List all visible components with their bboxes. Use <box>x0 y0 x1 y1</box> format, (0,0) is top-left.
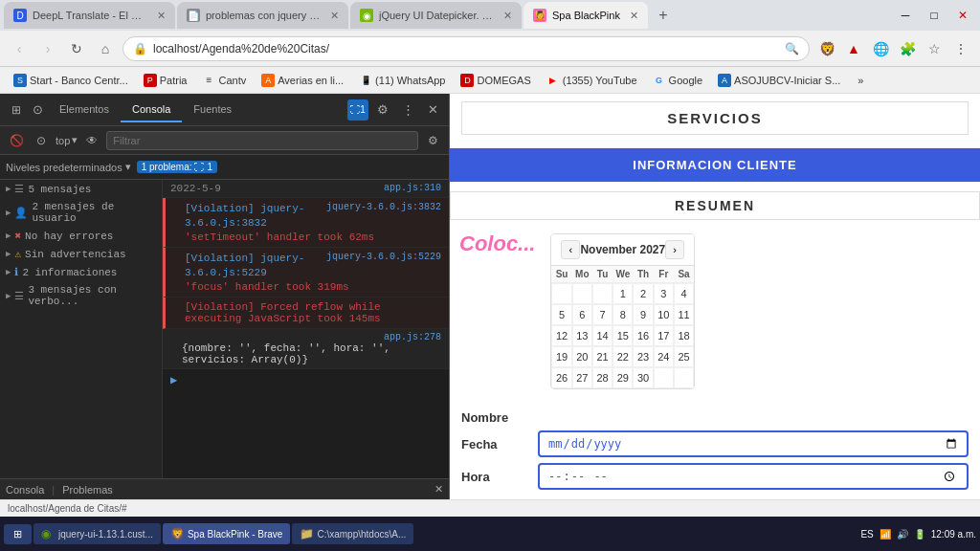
address-bar[interactable]: 🔒 localhost/Agenda%20de%20Citas/ 🔍 <box>122 36 810 61</box>
bookmark-icon[interactable]: ☆ <box>923 37 946 60</box>
devtools-close-icon[interactable]: ✕ <box>422 99 443 121</box>
console-group-info[interactable]: ▶ ℹ 2 informaciones <box>0 263 162 281</box>
tab-deepl[interactable]: D DeepL Translate - El mejor tra... ✕ <box>4 2 175 29</box>
cal-cell-20[interactable]: 20 <box>572 346 592 367</box>
bookmark-averias[interactable]: A Averias en li... <box>256 72 349 89</box>
clear-console-icon[interactable]: 🚫 <box>6 130 27 151</box>
bookmark-youtube[interactable]: ▶ (1355) YouTube <box>541 72 643 89</box>
cal-cell-8[interactable]: 8 <box>612 304 633 325</box>
devtools-settings-icon[interactable]: ⚙ <box>372 99 393 121</box>
reload-button[interactable]: ↻ <box>65 37 88 60</box>
hora-input[interactable] <box>538 463 969 490</box>
console-date-file[interactable]: app.js:310 <box>384 183 441 194</box>
filter-settings-icon[interactable]: ⚙ <box>422 130 443 151</box>
cal-cell-27[interactable]: 27 <box>572 367 592 388</box>
bookmark-google[interactable]: G Google <box>647 72 708 89</box>
violation-1-file[interactable]: jquery-3.6.0.js:3832 <box>326 202 441 212</box>
cal-cell-12[interactable]: 12 <box>551 325 571 346</box>
tab-deepl-close[interactable]: ✕ <box>157 10 166 22</box>
forward-button[interactable]: › <box>36 37 59 60</box>
cal-cell-25[interactable]: 25 <box>674 346 694 367</box>
bookmark-start[interactable]: S Start - Banco Centr... <box>8 72 134 89</box>
cal-cell-1[interactable]: 1 <box>612 283 633 304</box>
menu-icon[interactable]: ⋮ <box>949 37 972 60</box>
app-entry-file[interactable]: app.js:278 <box>384 332 441 342</box>
cal-cell-24[interactable]: 24 <box>654 346 674 367</box>
info-cliente-button[interactable]: INFORMACION CLIENTE <box>450 148 980 182</box>
tab-consola[interactable]: Consola <box>121 98 182 122</box>
bookmark-domegas[interactable]: D DOMEGAS <box>455 72 536 89</box>
cal-cell-16[interactable]: 16 <box>633 325 653 346</box>
calendar-next-button[interactable]: › <box>665 240 684 259</box>
close-button[interactable]: ✕ <box>949 6 976 25</box>
fecha-input[interactable] <box>538 430 969 457</box>
extensions-icon[interactable]: 🧩 <box>896 37 919 60</box>
tab-spa-blackpink[interactable]: 💆 Spa BlackPink ✕ <box>523 2 648 29</box>
maximize-button[interactable]: □ <box>921 6 947 25</box>
taskbar-item-spa[interactable]: 🦁 Spa BlackPink - Brave <box>163 523 291 544</box>
cal-cell-18[interactable]: 18 <box>674 325 694 346</box>
brave-shield-icon[interactable]: 🦁 <box>815 37 838 60</box>
bookmark-cantv[interactable]: ≡ Cantv <box>196 72 252 89</box>
taskbar-item-jquery[interactable]: ◉ jquery-ui-1.13.1.cust... <box>33 523 161 544</box>
vpn-icon[interactable]: ▲ <box>842 37 865 60</box>
tab-jquery-ui-close[interactable]: ✕ <box>503 10 512 22</box>
bookmark-whatsapp[interactable]: 📱 (11) WhatsApp <box>353 72 451 89</box>
cal-cell-5[interactable]: 5 <box>551 304 571 325</box>
home-button[interactable]: ⌂ <box>94 37 117 60</box>
tab-jquery-ui[interactable]: ◉ jQuery UI Datepicker. Manual... ✕ <box>350 2 522 29</box>
back-button[interactable]: ‹ <box>8 37 31 60</box>
expand-object-row[interactable]: ▶ <box>163 369 449 391</box>
cal-cell-23[interactable]: 23 <box>633 346 653 367</box>
bookmark-patria[interactable]: P Patria <box>138 72 193 89</box>
tab-elementos[interactable]: Elementos <box>48 98 121 122</box>
calendar-prev-button[interactable]: ‹ <box>561 240 580 259</box>
cal-cell-10[interactable]: 10 <box>654 304 674 325</box>
devtools-more-icon[interactable]: ⋮ <box>397 99 418 121</box>
cal-cell-14[interactable]: 14 <box>592 325 612 346</box>
console-group-5mensajes[interactable]: ▶ ☰ 5 mensajes <box>0 180 162 198</box>
console-tab-label[interactable]: Consola <box>6 484 44 496</box>
bookmarks-more[interactable]: » <box>852 73 869 88</box>
cal-cell-9[interactable]: 9 <box>633 304 653 325</box>
devtools-inspect-icon[interactable]: ⊙ <box>27 99 48 121</box>
cal-cell-28[interactable]: 28 <box>592 367 612 388</box>
cal-cell-2[interactable]: 2 <box>633 283 653 304</box>
console-group-errors[interactable]: ▶ ✖ No hay errores <box>0 227 162 245</box>
taskbar-item-explorer[interactable]: 📁 C:\xampp\htdocs\A... <box>292 523 413 544</box>
cal-cell-19[interactable]: 19 <box>551 346 571 367</box>
cal-cell-4[interactable]: 4 <box>674 283 694 304</box>
cal-cell-26[interactable]: 26 <box>551 367 571 388</box>
filter-input[interactable] <box>106 131 418 150</box>
devtools-select-icon[interactable]: ⊞ <box>6 99 27 121</box>
cal-cell-21[interactable]: 21 <box>592 346 612 367</box>
start-button[interactable]: ⊞ <box>4 524 32 544</box>
translate-icon[interactable]: 🌐 <box>869 37 892 60</box>
minimize-button[interactable]: ─ <box>892 6 919 25</box>
bookmark-asojubcv[interactable]: A ASOJUBCV-Iniciar S... <box>712 72 846 89</box>
cal-cell-22[interactable]: 22 <box>612 346 633 367</box>
tab-jquery-problem[interactable]: 📄 problemas con jquery datepic... ✕ <box>177 2 348 29</box>
top-dropdown-icon[interactable]: ▾ <box>72 134 78 146</box>
console-group-warnings[interactable]: ▶ ⚠ Sin advertencias <box>0 245 162 263</box>
levels-dropdown[interactable]: Niveles predeterminados ▾ <box>6 161 131 173</box>
cal-cell-13[interactable]: 13 <box>572 325 592 346</box>
filter-icon[interactable]: ⊙ <box>31 130 52 151</box>
eye-icon[interactable]: 👁 <box>81 130 102 151</box>
tab-jquery-problem-close[interactable]: ✕ <box>330 10 339 22</box>
cal-cell-11[interactable]: 11 <box>674 304 694 325</box>
new-tab-button[interactable]: + <box>650 2 677 29</box>
console-group-2mensajes[interactable]: ▶ 👤 2 mensajes de usuario <box>0 198 162 227</box>
cal-cell-29[interactable]: 29 <box>612 367 633 388</box>
cal-cell-3[interactable]: 3 <box>654 283 674 304</box>
console-group-verbose[interactable]: ▶ ☰ 3 mensajes con verbo... <box>0 281 162 310</box>
cal-cell-17[interactable]: 17 <box>654 325 674 346</box>
cal-cell-6[interactable]: 6 <box>572 304 592 325</box>
cal-cell-7[interactable]: 7 <box>592 304 612 325</box>
violation-2-file[interactable]: jquery-3.6.0.js:5229 <box>326 252 441 262</box>
cal-cell-15[interactable]: 15 <box>612 325 633 346</box>
tab-fuentes[interactable]: Fuentes <box>182 98 243 122</box>
cal-cell-30[interactable]: 30 <box>633 367 653 388</box>
devtools-bottom-close[interactable]: ✕ <box>434 483 443 496</box>
tab-spa-close[interactable]: ✕ <box>630 10 638 22</box>
